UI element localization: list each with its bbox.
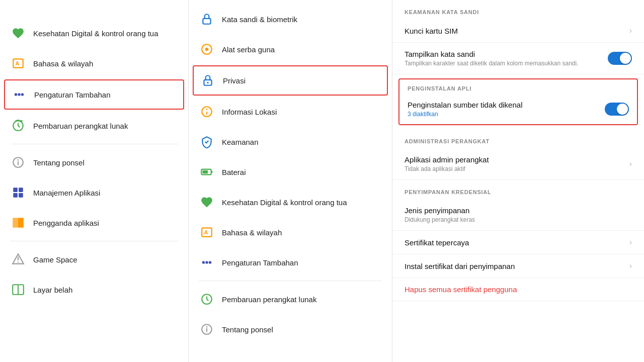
mid-item-label: Pengaturan Tambahan xyxy=(222,258,298,267)
sidebar-item-bahasa[interactable]: A Bahasa & wilayah xyxy=(0,48,188,78)
svg-point-36 xyxy=(209,261,211,263)
sidebar-item-label: Bahasa & wilayah xyxy=(33,59,93,68)
alatserba-icon xyxy=(199,41,215,57)
chevron-icon: › xyxy=(629,261,632,270)
right-item-hapus-sertifikat[interactable]: Hapus semua sertifikat pengguna xyxy=(392,278,644,301)
chevron-icon: › xyxy=(629,26,632,35)
toggle-penginstalan-sumber[interactable] xyxy=(605,103,629,116)
toggle-tampilkan-kata[interactable] xyxy=(608,52,632,65)
svg-point-18 xyxy=(18,261,19,262)
mid-item-pembaruan2[interactable]: Pembaruan perangkat lunak xyxy=(189,284,392,314)
svg-text:A: A xyxy=(16,60,20,66)
right-item-subtitle: Didukung perangkat keras xyxy=(405,216,632,223)
svg-point-4 xyxy=(21,93,24,96)
right-item-tampilkan-kata[interactable]: Tampilkan kata sandi Tampilkan karakter … xyxy=(392,43,644,74)
right-item-title: Aplikasi admin perangkat xyxy=(405,155,624,164)
right-item-title: Penginstalan sumber tidak dikenal xyxy=(408,101,600,109)
mid-item-privasi[interactable]: Privasi xyxy=(193,65,388,96)
section-header-keamanan-kata-sandi: KEAMANAN KATA SANDI xyxy=(392,0,644,19)
mid-item-label: Alat serba guna xyxy=(222,45,275,54)
section-header-penginstalan-apli: PENGINSTALAN APLI xyxy=(399,79,637,95)
sidebar-item-label: Manajemen Aplikasi xyxy=(33,189,100,197)
section-penginstalan-apli: PENGINSTALAN APLI Penginstalan sumber ti… xyxy=(398,78,638,125)
mid-item-alatserba[interactable]: Alat serba guna xyxy=(189,34,392,64)
svg-point-40 xyxy=(206,326,208,328)
privasi-icon xyxy=(200,72,216,88)
svg-rect-15 xyxy=(18,218,24,228)
svg-rect-11 xyxy=(19,188,23,192)
right-item-content: Tampilkan kata sandi Tampilkan karakter … xyxy=(405,50,603,67)
right-item-title: Instal sertifikat dari penyimpanan xyxy=(405,262,624,270)
svg-point-27 xyxy=(206,109,208,110)
sidebar-item-layar[interactable]: Layar belah xyxy=(0,275,188,305)
section-header-penyimpanan-kredensial: PENYIMPANAN KREDENSIAL xyxy=(392,180,644,199)
mid-item-pengaturan2[interactable]: Pengaturan Tambahan xyxy=(189,247,392,278)
mid-item-katasandi[interactable]: Kata sandi & biometrik xyxy=(189,4,392,34)
sidebar-item-gamespace[interactable]: Game Space xyxy=(0,244,188,275)
pembaruan-icon xyxy=(10,118,26,134)
right-item-subtitle: 3 diaktifkan xyxy=(408,111,600,118)
mid-item-label: Tentang ponsel xyxy=(222,325,273,334)
right-item-sertifikat-tepercaya[interactable]: Sertifikat tepercaya › xyxy=(392,231,644,254)
mid-item-label: Bahasa & wilayah xyxy=(222,228,282,237)
sidebar-item-pembaruan[interactable]: Pembaruan perangkat lunak xyxy=(0,111,188,141)
divider xyxy=(10,144,178,144)
svg-point-23 xyxy=(205,48,209,51)
mid-item-bahasa2[interactable]: A Bahasa & wilayah xyxy=(189,217,392,247)
mid-column: Kata sandi & biometrik Alat serba guna P… xyxy=(189,0,392,362)
right-item-aplikasi-admin[interactable]: Aplikasi admin perangkat Tidak ada aplik… xyxy=(392,148,644,180)
svg-point-25 xyxy=(207,82,208,83)
mid-item-label: Informasi Lokasi xyxy=(222,108,277,116)
right-item-kunci-kartu[interactable]: Kunci kartu SIM › xyxy=(392,19,644,43)
right-column: KEAMANAN KATA SANDI Kunci kartu SIM › Ta… xyxy=(392,0,644,362)
mid-item-label: Privasi xyxy=(223,76,246,85)
mid-menu: Kata sandi & biometrik Alat serba guna P… xyxy=(189,4,392,344)
sidebar-item-label: Layar belah xyxy=(33,286,72,294)
right-item-penginstalan-sumber[interactable]: Penginstalan sumber tidak dikenal 3 diak… xyxy=(399,95,637,124)
page-title xyxy=(0,0,188,18)
mid-item-label: Baterai xyxy=(222,168,246,176)
mid-item-keamanan[interactable]: Keamanan xyxy=(189,127,392,157)
mid-item-informasi[interactable]: Informasi Lokasi xyxy=(189,97,392,127)
mid-item-tentang2[interactable]: Tentang ponsel xyxy=(189,314,392,344)
sidebar-item-pengaturan-tambahan[interactable]: Pengaturan Tambahan xyxy=(4,79,184,110)
mid-item-label: Pembaruan perangkat lunak xyxy=(222,295,316,304)
right-item-title: Tampilkan kata sandi xyxy=(405,50,603,58)
layar-icon xyxy=(10,282,26,298)
mid-item-kesehatan2[interactable]: Kesehatan Digital & kontrol orang tua xyxy=(189,187,392,217)
right-item-title: Hapus semua sertifikat pengguna xyxy=(405,285,632,294)
mid-item-baterai[interactable]: Baterai xyxy=(189,157,392,187)
right-item-content: Sertifikat tepercaya xyxy=(405,238,624,247)
right-item-instal-sertifikat[interactable]: Instal sertifikat dari penyimpanan › xyxy=(392,254,644,278)
pengganda-icon xyxy=(10,215,26,231)
svg-rect-14 xyxy=(13,218,18,228)
svg-rect-12 xyxy=(13,193,18,198)
toggle-knob xyxy=(617,104,628,115)
bahasa2-icon: A xyxy=(199,224,215,240)
mid-item-label: Keamanan xyxy=(222,138,259,146)
gamespace-icon xyxy=(10,251,26,267)
svg-point-9 xyxy=(18,159,19,161)
right-item-content: Kunci kartu SIM xyxy=(405,27,624,35)
tentang-icon xyxy=(10,154,26,170)
right-content: KEAMANAN KATA SANDI Kunci kartu SIM › Ta… xyxy=(392,0,644,301)
toggle-knob xyxy=(620,53,631,64)
pengaturan2-icon xyxy=(199,254,215,270)
sidebar-item-label: Tentang ponsel xyxy=(33,158,85,167)
right-item-title: Sertifikat tepercaya xyxy=(405,238,624,247)
right-item-title: Kunci kartu SIM xyxy=(405,27,624,35)
manajemen-icon xyxy=(10,185,26,201)
svg-text:A: A xyxy=(204,229,208,235)
right-item-content: Aplikasi admin perangkat Tidak ada aplik… xyxy=(405,155,624,172)
sidebar-item-tentang[interactable]: Tentang ponsel xyxy=(0,147,188,177)
sidebar-item-kesehatan[interactable]: Kesehatan Digital & kontrol orang tua xyxy=(0,18,188,48)
right-item-subtitle: Tampilkan karakter saat diketik dalam ko… xyxy=(405,60,603,67)
right-item-jenis-penyimpanan[interactable]: Jenis penyimpanan Didukung perangkat ker… xyxy=(392,199,644,231)
svg-point-2 xyxy=(15,93,17,96)
sidebar-item-manajemen[interactable]: Manajemen Aplikasi xyxy=(0,177,188,208)
sidebar-item-pengganda[interactable]: Pengganda aplikasi xyxy=(0,208,188,238)
kesehatan2-icon xyxy=(199,194,215,210)
svg-rect-10 xyxy=(13,188,18,192)
sidebar-item-label: Pembaruan perangkat lunak xyxy=(33,122,128,130)
pembaruan2-icon xyxy=(199,291,215,307)
